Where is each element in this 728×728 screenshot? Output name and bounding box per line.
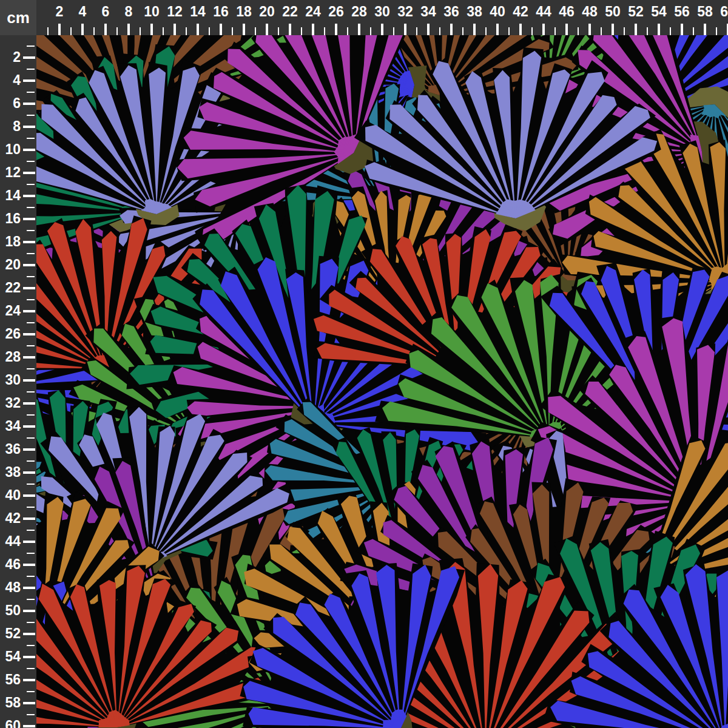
ruler-tick-minor xyxy=(27,437,35,439)
ruler-tick-major xyxy=(23,195,35,197)
ruler-tick-minor xyxy=(27,230,35,231)
ruler-tick-minor xyxy=(27,368,35,369)
ruler-tick-minor xyxy=(716,27,717,35)
ruler-number: 30 xyxy=(5,373,21,387)
ruler-tick-major xyxy=(658,24,660,35)
ruler-tick-major xyxy=(23,402,35,405)
ruler-tick-major xyxy=(23,149,35,151)
ruler-tick-major xyxy=(381,24,383,35)
ruler-tick-major xyxy=(23,517,35,520)
ruler-tick-major xyxy=(681,24,683,35)
ruler-tick-minor xyxy=(393,27,394,35)
ruler-tick-minor xyxy=(27,207,35,208)
ruler-number: 38 xyxy=(467,5,482,19)
ruler-tick-major xyxy=(23,172,35,174)
ruler-number: 34 xyxy=(5,419,21,433)
ruler-tick-minor xyxy=(27,92,35,93)
ruler-tick-major xyxy=(220,24,222,35)
ruler-number: 30 xyxy=(374,5,390,19)
ruler-tick-major xyxy=(519,24,522,35)
ruler-tick-minor xyxy=(647,27,648,35)
ruler-number: 6 xyxy=(13,96,21,110)
ruler-tick-major xyxy=(23,633,35,635)
ruler-tick-major xyxy=(23,287,35,289)
ruler-tick-minor xyxy=(209,27,210,35)
ruler-tick-minor xyxy=(531,27,533,35)
ruler-tick-major xyxy=(197,24,199,35)
ruler-tick-major xyxy=(127,24,130,35)
ruler-tick-minor xyxy=(578,27,579,35)
ruler-tick-minor xyxy=(27,507,35,508)
ruler-tick-minor xyxy=(508,27,510,35)
ruler-tick-minor xyxy=(27,161,35,162)
ruler-tick-major xyxy=(23,310,35,312)
ruler-tick-minor xyxy=(27,460,35,462)
ruler-tick-major xyxy=(23,448,35,451)
ruler-tick-minor xyxy=(462,27,463,35)
ruler-tick-minor xyxy=(624,27,625,35)
ruler-number: 42 xyxy=(5,511,21,525)
ruler-tick-minor xyxy=(27,69,35,70)
ruler-tick-minor xyxy=(27,553,35,554)
ruler-number: 18 xyxy=(5,235,21,249)
ruler-tick-minor xyxy=(27,345,35,346)
ruler-tick-major xyxy=(23,356,35,359)
ruler-number: 44 xyxy=(536,5,551,19)
ruler-number: 60 xyxy=(5,719,21,728)
ruler-tick-minor xyxy=(186,27,187,35)
ruler-number: 40 xyxy=(5,488,21,502)
ruler-tick-major xyxy=(23,564,35,566)
ruler-number: 36 xyxy=(443,5,459,19)
ruler-number: 34 xyxy=(420,5,436,19)
ruler-tick-major xyxy=(23,541,35,543)
ruler-number: 52 xyxy=(628,5,644,19)
ruler-tick-minor xyxy=(670,27,671,35)
ruler-tick-minor xyxy=(554,27,556,35)
ruler-number: 56 xyxy=(5,673,21,687)
ruler-tick-major xyxy=(312,24,314,35)
ruler-number: 26 xyxy=(328,5,344,19)
ruler-corner-box: cm xyxy=(0,0,36,35)
ruler-tick-major xyxy=(81,24,84,35)
ruler-number: 50 xyxy=(5,604,21,618)
ruler-number: 24 xyxy=(5,304,21,318)
ruler-number: 16 xyxy=(5,212,21,226)
ruler-tick-minor xyxy=(439,27,440,35)
ruler-number: 16 xyxy=(213,5,229,19)
ruler-number: 32 xyxy=(5,396,21,410)
ruler-tick-major xyxy=(23,79,35,82)
ruler-number: 58 xyxy=(697,5,713,19)
ruler-tick-minor xyxy=(140,27,141,35)
ruler-tick-major xyxy=(23,587,35,589)
ruler-number: 46 xyxy=(559,5,575,19)
ruler-tick-major xyxy=(23,702,35,704)
ruler-tick-major xyxy=(335,24,337,35)
ruler-number: 2 xyxy=(56,5,64,19)
ruler-tick-minor xyxy=(27,668,35,669)
ruler-number: 8 xyxy=(13,120,21,133)
ruler-tick-minor xyxy=(70,27,72,35)
ruler-tick-minor xyxy=(27,115,35,116)
fabric-swatch-image: 2468101214161820222426283032343638404244… xyxy=(0,0,728,728)
ruler-number: 60 xyxy=(720,5,728,19)
ruler-tick-minor xyxy=(27,253,35,254)
ruler-tick-major xyxy=(542,24,545,35)
ruler-tick-major xyxy=(58,24,61,35)
ruler-tick-minor xyxy=(27,622,35,623)
ruler-tick-major xyxy=(23,333,35,335)
ruler-number: 4 xyxy=(79,5,87,19)
ruler-tick-minor xyxy=(116,27,118,35)
ruler-number: 28 xyxy=(351,5,367,19)
ruler-number: 8 xyxy=(125,5,133,19)
ruler-tick-minor xyxy=(693,27,694,35)
ruler-tick-minor xyxy=(232,27,233,35)
ruler-tick-minor xyxy=(301,27,302,35)
fabric-pattern xyxy=(36,35,728,728)
ruler-tick-major xyxy=(635,24,637,35)
ruler-tick-major xyxy=(450,24,453,35)
ruler-tick-major xyxy=(104,24,107,35)
ruler-number: 42 xyxy=(513,5,528,19)
ruler-tick-major xyxy=(23,126,35,128)
ruler-number: 48 xyxy=(5,581,21,595)
ruler-number: 54 xyxy=(5,650,21,664)
